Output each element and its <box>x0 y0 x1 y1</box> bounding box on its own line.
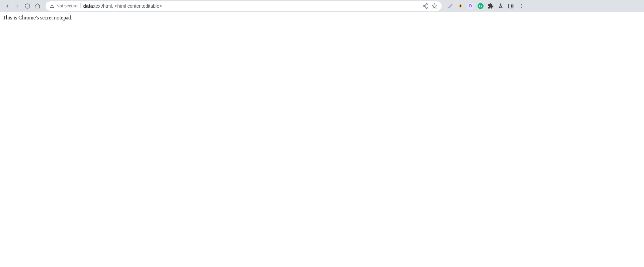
arrow-left-icon <box>4 3 10 9</box>
nav-buttons <box>3 1 42 11</box>
warning-icon <box>50 4 54 8</box>
extension-g-icon[interactable]: G <box>477 2 485 10</box>
home-icon <box>35 3 41 9</box>
dots-vertical-icon <box>518 3 525 9</box>
security-label: Not secure <box>56 3 78 8</box>
extension-pen-icon[interactable] <box>446 2 454 10</box>
reload-icon <box>24 3 31 9</box>
forward-button[interactable] <box>13 1 22 11</box>
reload-button[interactable] <box>23 1 32 11</box>
extension-flame-icon[interactable] <box>456 2 464 10</box>
editable-content[interactable]: This is Chrome's secret notepad. <box>3 15 641 21</box>
extension-flask-icon[interactable] <box>497 2 505 10</box>
home-button[interactable] <box>33 1 42 11</box>
url-scheme: data <box>83 3 93 9</box>
svg-point-2 <box>521 4 522 5</box>
arrow-right-icon <box>14 3 20 9</box>
security-indicator[interactable]: Not secure <box>50 3 81 8</box>
side-panel-icon[interactable] <box>507 2 515 10</box>
browser-toolbar: Not secure data:text/html, <html content… <box>0 0 644 12</box>
extensions-puzzle-icon[interactable] <box>487 2 495 10</box>
back-button[interactable] <box>3 1 12 11</box>
address-bar[interactable]: Not secure data:text/html, <html content… <box>46 1 442 11</box>
extensions-area: D G <box>445 1 528 11</box>
bookmark-star-icon[interactable] <box>432 3 438 9</box>
url-text: data:text/html, <html contenteditable> <box>83 3 162 9</box>
share-icon[interactable] <box>422 3 428 9</box>
svg-point-3 <box>521 5 522 6</box>
url-rest: :text/html, <html contenteditable> <box>93 3 162 9</box>
address-bar-actions <box>422 3 438 9</box>
svg-rect-1 <box>511 4 513 7</box>
svg-point-4 <box>521 7 522 8</box>
chrome-menu-button[interactable] <box>517 1 526 11</box>
content-area[interactable]: This is Chrome's secret notepad. <box>0 12 644 267</box>
extension-d-icon[interactable]: D <box>466 2 475 10</box>
